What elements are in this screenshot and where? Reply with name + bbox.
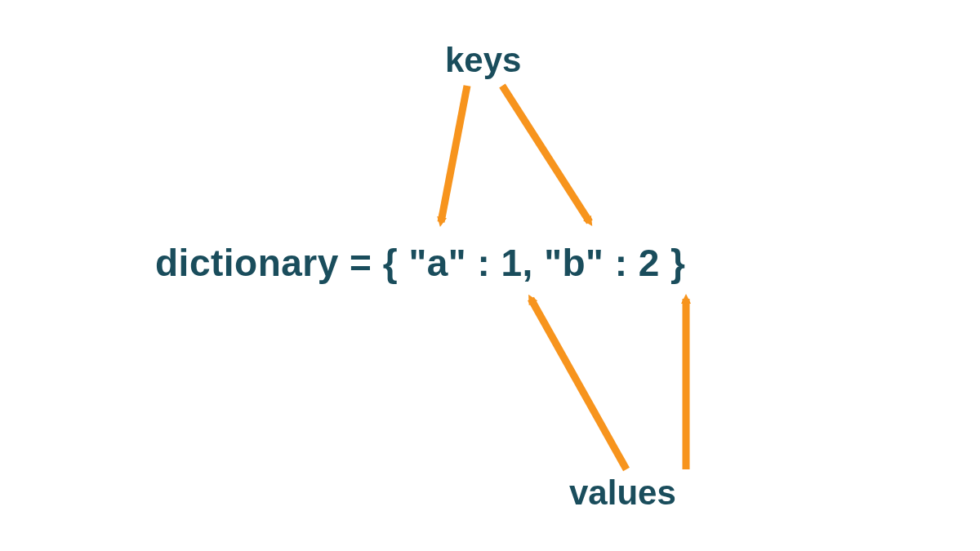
arrow-keys-to-b [502, 86, 590, 222]
keys-label: keys [445, 41, 521, 80]
dictionary-code: dictionary = { "a" : 1, "b" : 2 } [155, 241, 686, 285]
arrow-values-to-1 [531, 299, 626, 469]
arrow-keys-to-a [441, 86, 467, 222]
values-label: values [569, 473, 676, 513]
